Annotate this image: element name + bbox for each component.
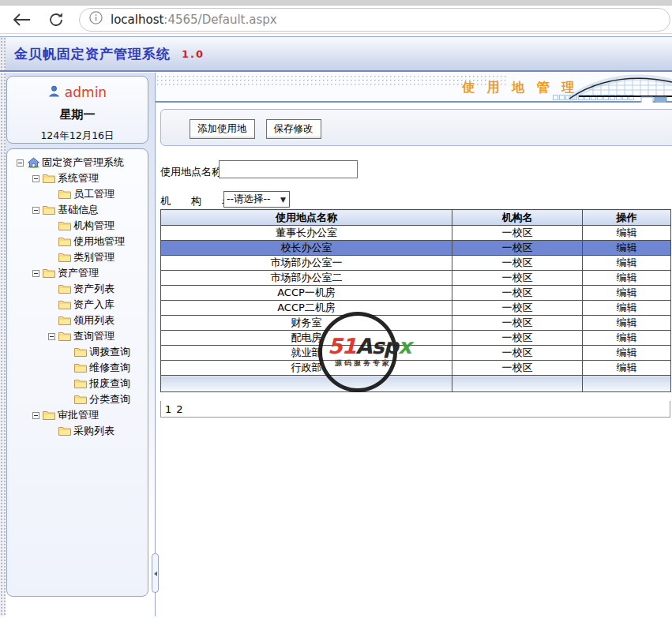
edit-link[interactable]: 编辑 [583, 271, 671, 286]
app-header: 金贝帆固定资产管理系统 1.0 [0, 36, 672, 72]
info-icon[interactable] [89, 11, 103, 28]
folder-icon [58, 283, 72, 294]
header-location-name: 使用地点名称 [161, 210, 452, 226]
tree-item[interactable]: 类别管理 [7, 249, 148, 265]
edit-link[interactable]: 编辑 [583, 241, 671, 256]
cell-org-name: 一校区 [452, 361, 583, 376]
tree-item-label: 固定资产管理系统 [42, 155, 124, 170]
expander-minus-icon[interactable] [32, 412, 39, 419]
cell-location-name: ACCP一机房 [161, 286, 452, 301]
pager-page[interactable]: 2 [176, 403, 182, 415]
edit-link[interactable]: 编辑 [583, 346, 671, 361]
table-row[interactable]: 配电房 一校区 编辑 [161, 331, 671, 346]
cell-org-name: 一校区 [452, 271, 583, 286]
table-row[interactable]: 财务室 一校区 编辑 [161, 316, 671, 331]
tree-item[interactable]: 维修查询 [7, 360, 148, 376]
cell-location-name: 就业部 [161, 346, 452, 361]
pager-page[interactable]: 1 [165, 403, 171, 415]
expander-minus-icon[interactable] [32, 270, 39, 277]
folder-icon [58, 315, 72, 326]
table-row[interactable]: 市场部办公室一 一校区 编辑 [161, 256, 671, 271]
page-banner: 使 用 地 管 理 [156, 73, 672, 103]
edit-link[interactable]: 编辑 [583, 226, 671, 241]
locations-table: 使用地点名称 机构名 操作 董事长办公室 一校区 编辑 校长办公室 一校区 [160, 209, 671, 392]
table-row[interactable]: ACCP二机房 一校区 编辑 [161, 301, 671, 316]
header-action: 操作 [583, 210, 671, 226]
expander-minus-icon[interactable] [32, 207, 39, 214]
refresh-icon[interactable] [46, 9, 66, 30]
folder-icon [58, 189, 72, 200]
tree-item-label: 报废查询 [89, 376, 130, 391]
cell-location-name: 市场部办公室二 [161, 271, 452, 286]
tree-item-label: 使用地管理 [73, 234, 125, 249]
url-bar[interactable]: localhost:4565/Default.aspx [79, 8, 670, 32]
expander-minus-icon[interactable] [32, 175, 39, 182]
folder-icon [58, 220, 72, 231]
tree-item[interactable]: 资产入库 [7, 297, 148, 313]
edit-link[interactable]: 编辑 [583, 331, 671, 346]
edit-link[interactable]: 编辑 [583, 361, 671, 376]
add-location-button[interactable]: 添加使用地 [190, 119, 255, 139]
toolbar: 添加使用地 保存修改 [160, 109, 672, 146]
table-row[interactable]: 校长办公室 一校区 编辑 [161, 241, 671, 256]
folder-icon [58, 331, 72, 342]
tree-item[interactable]: 资产列表 [7, 281, 148, 297]
table-row[interactable]: 行政部 一校区 编辑 [161, 361, 671, 376]
cell-location-name: 市场部办公室一 [161, 256, 452, 271]
tree-item[interactable]: 资产管理 [7, 265, 148, 281]
table-row[interactable]: 就业部 一校区 编辑 [161, 346, 671, 361]
cell-org-name: 一校区 [452, 301, 583, 316]
tree-item[interactable]: 采购列表 [7, 423, 148, 439]
sidebar-collapse-handle[interactable] [152, 553, 159, 593]
save-changes-button[interactable]: 保存修改 [266, 119, 321, 139]
tree-item-label: 分类查询 [89, 392, 130, 406]
tree-item[interactable]: 机构管理 [7, 218, 148, 234]
user-panel: admin 星期一 124年12月16日 [6, 76, 148, 144]
tree-item[interactable]: 系统管理 [7, 170, 148, 186]
user-icon [48, 85, 60, 100]
tree-item[interactable]: 报废查询 [7, 376, 148, 391]
location-name-input[interactable] [219, 160, 358, 178]
expander-minus-icon[interactable] [48, 333, 55, 340]
table-row[interactable]: 市场部办公室二 一校区 编辑 [161, 271, 671, 286]
app-version: 1.0 [182, 48, 205, 60]
tree-item[interactable]: 分类查询 [7, 391, 148, 407]
tree-item[interactable]: 领用列表 [7, 313, 148, 328]
pager: 12 [160, 401, 670, 418]
tree-item-label: 维修查询 [89, 361, 130, 375]
folder-icon [74, 362, 88, 373]
folder-icon [43, 410, 56, 421]
app-title: 金贝帆固定资产管理系统 [14, 45, 171, 63]
org-select[interactable]: --请选择-- ▼ [223, 191, 290, 208]
folder-icon [43, 204, 56, 215]
tree-item[interactable]: 审批管理 [7, 407, 148, 423]
tree-item[interactable]: 员工管理 [7, 186, 148, 202]
edit-link[interactable]: 编辑 [583, 301, 671, 316]
nav-tree: 固定资产管理系统 系统管理 [6, 148, 148, 597]
tree-item-label: 调拨查询 [89, 345, 130, 359]
table-row[interactable]: ACCP一机房 一校区 编辑 [161, 286, 671, 301]
edit-link[interactable]: 编辑 [583, 286, 671, 301]
url-text[interactable]: localhost:4565/Default.aspx [111, 13, 277, 27]
edit-link[interactable]: 编辑 [583, 316, 671, 331]
edit-link[interactable]: 编辑 [583, 256, 671, 271]
folder-icon [58, 425, 72, 436]
location-name-label: 使用地点名称: [160, 165, 225, 179]
cell-org-name: 一校区 [452, 256, 583, 271]
sidebar: admin 星期一 124年12月16日 固定资产管理系统 [0, 73, 156, 616]
folder-icon [58, 299, 72, 310]
back-icon[interactable] [11, 9, 32, 30]
tree-item-label: 采购列表 [73, 424, 115, 438]
tree-item[interactable]: 基础信息 [7, 202, 148, 218]
tree-item[interactable]: 查询管理 [7, 328, 148, 344]
expander-minus-icon[interactable] [17, 159, 24, 167]
tree-item[interactable]: 使用地管理 [7, 234, 148, 249]
bridge-decor [546, 73, 672, 103]
banner-dots-decor [156, 74, 507, 85]
tree-item[interactable]: 调拨查询 [7, 344, 148, 360]
date-label: 124年12月16日 [7, 129, 148, 143]
table-row[interactable]: 董事长办公室 一校区 编辑 [161, 226, 671, 241]
cell-location-name: 校长办公室 [161, 241, 452, 256]
org-select-value: --请选择-- [224, 193, 277, 206]
tree-item[interactable]: 固定资产管理系统 [7, 155, 148, 170]
